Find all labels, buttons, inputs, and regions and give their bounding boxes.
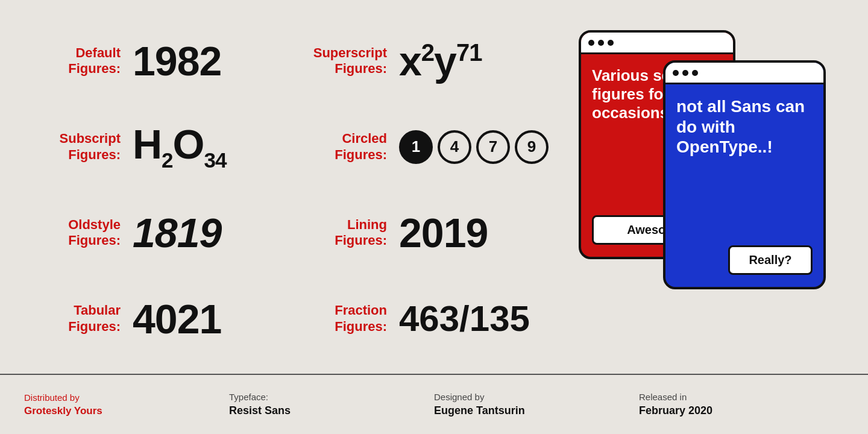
dot-2 [598, 40, 604, 46]
footer-typeface: Typeface: Resist Sans [229, 392, 434, 417]
oldstyle-figures-value: 1819 [133, 212, 221, 253]
subscript-figures-item: Subscript Figures: H2O34 [24, 104, 291, 190]
typeface-value: Resist Sans [229, 404, 434, 417]
designer-value: Eugene Tantsurin [434, 404, 639, 417]
default-figures-item: Default Figures: 1982 [24, 18, 291, 104]
oldstyle-figures-label: Oldstyle Figures: [36, 217, 121, 249]
footer-distributed: Distributed by Groteskly Yours [24, 392, 229, 417]
typeface-label: Typeface: [229, 392, 434, 402]
footer-designer: Designed by Eugene Tantsurin [434, 392, 639, 417]
phone-blue-header [665, 63, 823, 84]
lining-figures-item: Lining Figures: 2019 [291, 190, 561, 276]
phone-blue: not all Sans can do with OpenType..! Rea… [663, 60, 826, 289]
lining-figures-value: 2019 [399, 212, 488, 253]
dot-3 [608, 40, 614, 46]
fraction-figures-value: 463/135 [399, 298, 530, 339]
superscript-figures-value: x2y71 [399, 40, 482, 81]
main-content: Default Figures: 1982 Superscript Figure… [0, 0, 868, 374]
circled-num-9: 9 [515, 130, 549, 164]
released-value: February 2020 [639, 404, 844, 417]
tabular-figures-label: Tabular Figures: [36, 303, 121, 335]
released-label: Released in [639, 392, 844, 402]
superscript-figures-item: Superscript Figures: x2y71 [291, 18, 561, 104]
phone-blue-text: not all Sans can do with OpenType..! [676, 96, 813, 157]
superscript-figures-label: Superscript Figures: [303, 45, 387, 77]
circled-num-7: 7 [476, 130, 510, 164]
figures-grid: Default Figures: 1982 Superscript Figure… [24, 18, 561, 362]
tabular-figures-item: Tabular Figures: 4021 [24, 276, 291, 362]
tabular-figures-value: 4021 [133, 298, 221, 339]
footer: Distributed by Groteskly Yours Typeface:… [0, 374, 868, 434]
circled-num-4: 4 [438, 130, 471, 164]
distributed-value: Groteskly Yours [24, 405, 229, 417]
fraction-figures-item: Fraction Figures: 463/135 [291, 276, 561, 362]
phone-red-header [581, 33, 733, 54]
footer-released: Released in February 2020 [639, 392, 844, 417]
subscript-figures-label: Subscript Figures: [36, 131, 121, 163]
distributed-label: Distributed by [24, 392, 229, 403]
circled-figures-label: Circled Figures: [303, 131, 387, 163]
default-figures-label: Default Figures: [36, 45, 121, 77]
phone-blue-body: not all Sans can do with OpenType..! Rea… [665, 84, 823, 287]
default-figures-value: 1982 [133, 40, 221, 81]
fraction-figures-label: Fraction Figures: [303, 303, 387, 335]
dot-4 [673, 70, 679, 76]
circled-figures-item: Circled Figures: 1 4 7 9 [291, 104, 561, 190]
dot-5 [682, 70, 688, 76]
designer-label: Designed by [434, 392, 639, 402]
dot-6 [692, 70, 698, 76]
circled-num-1: 1 [399, 130, 433, 164]
subscript-figures-value: H2O34 [133, 124, 226, 171]
lining-figures-label: Lining Figures: [303, 217, 387, 249]
dot-1 [588, 40, 594, 46]
phone-area: Various sets of figures for all occasion… [561, 18, 844, 362]
oldstyle-figures-item: Oldstyle Figures: 1819 [24, 190, 291, 276]
circled-figures-value: 1 4 7 9 [399, 130, 549, 164]
really-button[interactable]: Really? [728, 245, 813, 275]
